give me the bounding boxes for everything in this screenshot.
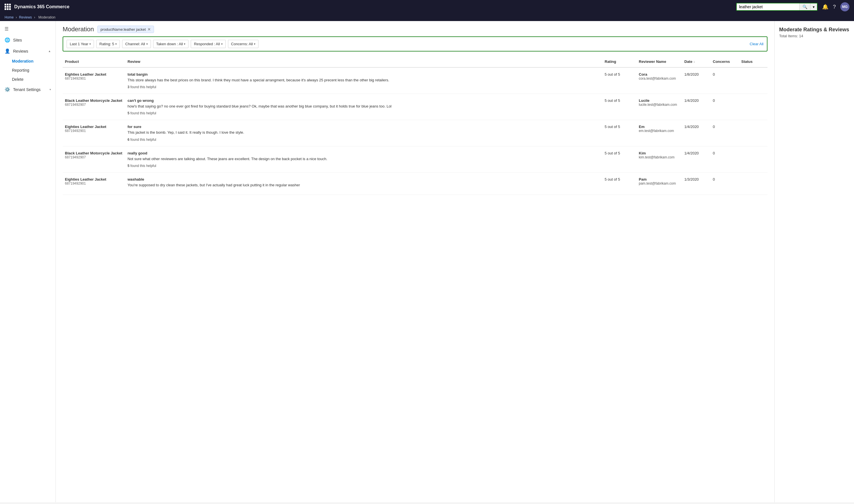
right-panel-total: Total Items: 14: [779, 34, 850, 38]
cell-status: [739, 150, 767, 152]
filter-responded-btn[interactable]: Responded : All ▾: [191, 40, 225, 48]
filters-bar: Last 1 Year ▾ Rating: 5 ▾ Channel: All ▾…: [63, 36, 767, 52]
clear-all-btn[interactable]: Clear All: [750, 42, 764, 46]
chevron-down-icon: ▾: [50, 88, 51, 91]
cell-concerns: 0: [711, 123, 739, 130]
col-header-rating: Rating: [603, 58, 637, 65]
notification-icon[interactable]: 🔔: [822, 4, 829, 10]
cell-rating: 5 out of 5: [603, 71, 637, 78]
product-id: 68719492901: [65, 76, 123, 80]
page-title: Moderation: [63, 25, 94, 33]
review-body: This jacket is the bomb. Yep, I said it.…: [127, 130, 600, 135]
cell-review: really good Not sure what other reviewer…: [125, 150, 603, 169]
reviewer-email: lucile.test@fabrikam.com: [639, 103, 680, 107]
cell-rating: 5 out of 5: [603, 150, 637, 157]
hamburger-icon: ☰: [4, 26, 8, 32]
filter-taken-down-label: Taken down : All: [156, 42, 183, 46]
globe-icon: 🌐: [4, 37, 10, 43]
avatar[interactable]: MG: [840, 2, 850, 11]
col-header-date[interactable]: Date ↓: [682, 58, 711, 65]
cell-product: Eighties Leather Jacket 68719492901: [63, 123, 125, 134]
product-name: Eighties Leather Jacket: [65, 125, 123, 129]
app-title: Dynamics 365 Commerce: [14, 4, 69, 10]
table-row[interactable]: Black Leather Motorcycle Jacket 68719492…: [63, 146, 767, 173]
responded-chevron-icon: ▾: [221, 42, 223, 46]
sidebar-section-main: ☰ 🌐 Sites 👤 Reviews ▲ Moderation Reporti…: [0, 23, 55, 95]
product-name: Eighties Leather Jacket: [65, 177, 123, 181]
sidebar-sites-label: Sites: [13, 38, 51, 42]
review-title: washable: [127, 177, 600, 181]
global-search-input[interactable]: [737, 3, 799, 10]
cell-concerns: 0: [711, 150, 739, 157]
cell-rating: 5 out of 5: [603, 97, 637, 104]
cell-date: 1/4/2020: [682, 123, 711, 130]
sidebar-tenant-label: Tenant Settings: [13, 87, 47, 92]
col-header-concerns: Concerns: [711, 58, 739, 65]
cell-review: washable You're supposed to dry clean th…: [125, 176, 603, 191]
breadcrumb-home[interactable]: Home: [4, 15, 14, 19]
table-rows-container: Eighties Leather Jacket 68719492901 tota…: [63, 68, 767, 195]
filter-taken-down-btn[interactable]: Taken down : All ▾: [153, 40, 189, 48]
cell-review: for sure This jacket is the bomb. Yep, I…: [125, 123, 603, 143]
search-button[interactable]: 🔍: [799, 3, 810, 10]
review-title: really good: [127, 151, 600, 155]
taken-down-chevron-icon: ▾: [184, 42, 185, 46]
filter-channel-btn[interactable]: Channel: All ▾: [122, 40, 151, 48]
main-content: Moderation productName:leather jacket ✕ …: [56, 21, 774, 502]
reviews-table: Product Review Rating Reviewer Name Date…: [63, 56, 767, 195]
cell-status: [739, 97, 767, 100]
cell-product: Eighties Leather Jacket 68719492901: [63, 176, 125, 186]
cell-status: [739, 176, 767, 178]
review-helpful: 6 found this helpful: [127, 138, 600, 142]
top-nav: Dynamics 365 Commerce 🔍 ▾ 🔔 ? MG: [0, 0, 854, 14]
table-row[interactable]: Black Leather Motorcycle Jacket 68719492…: [63, 94, 767, 120]
sidebar-item-tenant-settings[interactable]: ⚙️ Tenant Settings ▾: [0, 84, 55, 95]
channel-chevron-icon: ▾: [146, 42, 148, 46]
cell-reviewer: Lucile lucile.test@fabrikam.com: [637, 97, 682, 108]
person-icon: 👤: [4, 48, 10, 54]
tag-label: productName:leather jacket: [101, 27, 146, 32]
sidebar: ☰ 🌐 Sites 👤 Reviews ▲ Moderation Reporti…: [0, 21, 56, 502]
filter-channel-label: Channel: All: [125, 42, 145, 46]
help-icon[interactable]: ?: [833, 4, 836, 10]
filter-rating-btn[interactable]: Rating: 5 ▾: [96, 40, 120, 48]
review-title: for sure: [127, 125, 600, 129]
sidebar-sub-item-delete[interactable]: Delete: [0, 75, 55, 84]
cell-product: Eighties Leather Jacket 68719492901: [63, 71, 125, 82]
page-header: Moderation productName:leather jacket ✕: [63, 25, 767, 33]
filter-concerns-btn[interactable]: Concerns: All ▾: [228, 40, 259, 48]
filter-period-label: Last 1 Year: [70, 42, 88, 46]
sidebar-item-sites[interactable]: 🌐 Sites: [0, 34, 55, 46]
search-dropdown-button[interactable]: ▾: [810, 3, 817, 10]
table-row[interactable]: Eighties Leather Jacket 68719492901 tota…: [63, 68, 767, 94]
sidebar-sub-item-moderation[interactable]: Moderation: [0, 57, 55, 66]
sidebar-sub-item-reporting[interactable]: Reporting: [0, 66, 55, 75]
reviewer-email: kim.test@fabrikam.com: [639, 155, 680, 159]
sidebar-item-reviews[interactable]: 👤 Reviews ▲: [0, 46, 55, 57]
cell-date: 1/4/2020: [682, 150, 711, 157]
review-title: can't go wrong: [127, 98, 600, 103]
cell-concerns: 0: [711, 71, 739, 78]
product-name: Black Leather Motorcycle Jacket: [65, 151, 123, 155]
apps-icon[interactable]: [4, 4, 11, 10]
tag-close-btn[interactable]: ✕: [147, 27, 151, 32]
breadcrumb-current: Moderation: [38, 15, 55, 19]
table-row[interactable]: Eighties Leather Jacket 68719492901 for …: [63, 120, 767, 146]
breadcrumb-reviews[interactable]: Reviews: [19, 15, 32, 19]
sidebar-collapse-btn[interactable]: ☰: [0, 23, 55, 34]
gear-icon: ⚙️: [4, 87, 10, 92]
table-row[interactable]: Eighties Leather Jacket 68719492901 wash…: [63, 173, 767, 195]
reviewer-name: Cora: [639, 72, 680, 76]
global-search-container: 🔍 ▾: [736, 3, 818, 11]
review-body: You're supposed to dry clean these jacke…: [127, 183, 600, 188]
cell-status: [739, 123, 767, 126]
reviewer-name: Lucile: [639, 98, 680, 103]
rating-chevron-icon: ▾: [115, 42, 117, 46]
filter-concerns-label: Concerns: All: [231, 42, 253, 46]
filter-period-btn[interactable]: Last 1 Year ▾: [67, 40, 94, 48]
active-filter-tag: productName:leather jacket ✕: [97, 25, 154, 33]
top-nav-right: 🔍 ▾ 🔔 ? MG: [736, 2, 850, 11]
review-body: This store always has the best prices on…: [127, 78, 600, 83]
product-id: 68719492907: [65, 155, 123, 159]
product-name: Eighties Leather Jacket: [65, 72, 123, 76]
